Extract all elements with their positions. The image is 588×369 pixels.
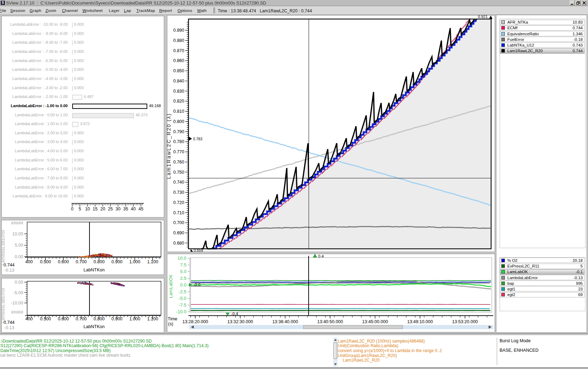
svg-text:15: 15: [93, 207, 98, 211]
svg-text:0.4: 0.4: [318, 254, 324, 258]
svg-text:0.830: 0.830: [173, 89, 184, 94]
svg-text:LabNTKon: LabNTKon: [83, 267, 105, 272]
svg-text:#####: #####: [11, 221, 23, 226]
svg-text:13:45:00.000: 13:45:00.000: [362, 319, 388, 324]
svg-text:0.700: 0.700: [76, 316, 87, 321]
svg-text:LambdaLabError: LambdaLabError: [1, 287, 6, 323]
svg-text:400: 400: [25, 259, 33, 264]
svg-text:0.760: 0.760: [173, 160, 184, 165]
svg-text:0.921: 0.921: [478, 14, 488, 19]
svg-text:13:28:20.000: 13:28:20.000: [182, 319, 208, 324]
svg-text:-10.0: -10.0: [176, 309, 186, 314]
svg-text:30: 30: [116, 207, 120, 211]
svg-text:0.800: 0.800: [94, 259, 105, 264]
svg-text:10: 10: [85, 207, 90, 211]
svg-text:0.690: 0.690: [173, 230, 184, 235]
svg-text:0.850: 0.850: [173, 68, 184, 73]
svg-text:-5.00: -5.00: [13, 290, 24, 295]
svg-text:5.0: 5.0: [180, 269, 186, 274]
svg-text:Lam1RawL2C_R20 (λ): Lam1RawL2C_R20 (λ): [166, 113, 172, 179]
svg-text:13:36:40.000: 13:36:40.000: [272, 319, 298, 324]
svg-text:1.000: 1.000: [129, 259, 140, 264]
svg-text:0.800: 0.800: [94, 316, 105, 321]
svg-text:20: 20: [100, 207, 105, 211]
svg-text:-0.13: -0.13: [4, 325, 14, 330]
svg-text:0.770: 0.770: [173, 149, 184, 154]
svg-text:-5.0: -5.0: [179, 296, 186, 301]
svg-text:40: 40: [131, 207, 136, 211]
svg-text:0.820: 0.820: [173, 99, 184, 104]
svg-text:LabNTKon: LabNTKon: [83, 324, 105, 329]
svg-text:13:53:20.000: 13:53:20.000: [452, 319, 478, 324]
svg-text:0.680: 0.680: [173, 241, 184, 246]
svg-text:-0.0: -0.0: [193, 283, 200, 287]
svg-text:#####: #####: [11, 310, 23, 315]
svg-text:25: 25: [108, 207, 113, 211]
svg-text:0.880: 0.880: [173, 38, 184, 43]
svg-text:35: 35: [123, 207, 128, 211]
svg-text:1.100: 1.100: [147, 316, 158, 321]
svg-text:0.600: 0.600: [58, 259, 69, 264]
svg-text:0.00: 0.00: [15, 254, 23, 259]
svg-text:5.00: 5.00: [15, 243, 23, 248]
svg-text:0: 0: [71, 207, 74, 211]
svg-text:45: 45: [138, 207, 143, 211]
svg-text:0.780: 0.780: [173, 139, 184, 144]
svg-text:2.5: 2.5: [180, 276, 186, 281]
svg-text:0.860: 0.860: [173, 58, 184, 63]
svg-text:0.750: 0.750: [173, 170, 184, 175]
svg-text:7.5: 7.5: [180, 262, 186, 267]
svg-text:0.700: 0.700: [76, 259, 87, 264]
svg-text:0.900: 0.900: [111, 316, 122, 321]
svg-text:0.500: 0.500: [40, 259, 51, 264]
svg-text:0.740: 0.740: [173, 180, 184, 185]
svg-text:0.900: 0.900: [111, 259, 122, 264]
svg-text:13:40:50.000: 13:40:50.000: [317, 319, 343, 324]
svg-text:Time: Time: [168, 316, 177, 321]
svg-text:LambdaLabError: LambdaLabError: [1, 229, 6, 265]
svg-text:(s): (s): [168, 321, 173, 326]
svg-text:-10.00: -10.00: [11, 301, 23, 306]
svg-text:1.000: 1.000: [129, 316, 140, 321]
svg-text:0.710: 0.710: [173, 210, 184, 215]
svg-text:400: 400: [25, 316, 33, 321]
svg-text:0.0: 0.0: [180, 282, 186, 288]
svg-text:0.659: 0.659: [194, 248, 203, 252]
svg-text:1.100: 1.100: [147, 259, 158, 264]
svg-text:5: 5: [79, 207, 81, 211]
svg-text:0.840: 0.840: [173, 79, 184, 84]
svg-text:0.870: 0.870: [173, 48, 184, 53]
svg-text:0.700: 0.700: [173, 220, 184, 225]
svg-text:0.00: 0.00: [15, 280, 23, 285]
svg-text:0.600: 0.600: [58, 316, 69, 321]
svg-text:10.0: 10.0: [178, 256, 186, 261]
svg-text:-0.4: -0.4: [231, 312, 238, 316]
svg-text:-2.5: -2.5: [179, 289, 186, 294]
svg-text:0.790: 0.790: [173, 129, 184, 134]
svg-text:-0.13: -0.13: [4, 268, 14, 273]
svg-text:0.800: 0.800: [173, 119, 184, 124]
svg-text:0.783: 0.783: [193, 137, 202, 141]
svg-text:0.810: 0.810: [173, 109, 184, 114]
svg-text:10.00: 10.00: [12, 232, 23, 236]
svg-text:0.730: 0.730: [173, 190, 184, 195]
svg-text:13:32:30.000: 13:32:30.000: [227, 319, 253, 324]
svg-text:0.720: 0.720: [173, 200, 184, 205]
svg-text:0.500: 0.500: [40, 316, 51, 321]
svg-text:0.890: 0.890: [173, 28, 184, 33]
svg-text:LamLabOK: LamLabOK: [168, 274, 173, 298]
svg-text:-7.5: -7.5: [179, 302, 186, 308]
svg-text:13:49:10.000: 13:49:10.000: [407, 319, 433, 324]
